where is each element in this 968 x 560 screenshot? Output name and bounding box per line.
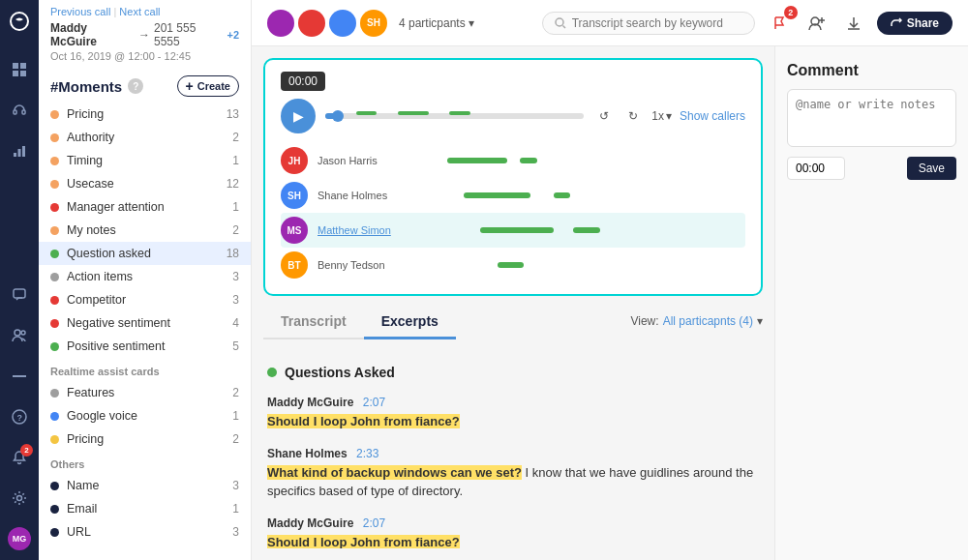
- play-button[interactable]: ▶: [281, 99, 316, 133]
- moment-item-url[interactable]: URL 3: [39, 520, 251, 544]
- tab-transcript[interactable]: Transcript: [263, 306, 364, 339]
- moment-item-negative-sentiment[interactable]: Negative sentiment 4: [39, 311, 251, 335]
- player-time: 00:00: [281, 72, 325, 91]
- entry-time: 2:07: [363, 516, 385, 530]
- save-comment-button[interactable]: Save: [907, 157, 956, 180]
- call-date: Oct 16, 2019 @ 12:00 - 12:45: [50, 50, 239, 62]
- moment-label: URL: [67, 525, 225, 539]
- moments-help-icon[interactable]: ?: [128, 78, 143, 94]
- moment-dot: [50, 273, 59, 281]
- moment-dot: [50, 296, 59, 305]
- headset-icon[interactable]: [8, 99, 31, 122]
- create-moment-button[interactable]: + Create: [177, 75, 239, 97]
- participant-avatar-1: [298, 10, 325, 37]
- moment-label: Timing: [67, 154, 225, 167]
- left-navigation: ? 2 MG: [0, 0, 39, 560]
- progress-bar[interactable]: [325, 113, 584, 119]
- svg-point-17: [556, 18, 563, 26]
- player-card: 00:00 ▶ ↺ ↻ 1x: [263, 58, 763, 296]
- track-avatar: JH: [281, 147, 308, 174]
- user-avatar-nav[interactable]: MG: [8, 527, 31, 550]
- moment-dot: [50, 505, 59, 514]
- moment-item-positive-sentiment[interactable]: Positive sentiment 5: [39, 335, 251, 358]
- grid-icon[interactable]: [8, 58, 31, 81]
- track-name: Jason Harris: [318, 155, 405, 166]
- participants-dropdown[interactable]: 4 particpants ▾: [399, 16, 474, 30]
- svg-point-16: [17, 496, 22, 501]
- transcript-search[interactable]: [542, 12, 755, 35]
- participant-avatar-3: SH: [360, 10, 387, 37]
- call-name: Maddy McGuire → 201 555 5555 +2: [50, 21, 239, 48]
- share-button[interactable]: Share: [877, 12, 953, 35]
- transcript-entries: Maddy McGuire 2:07 Should I loop John fr…: [267, 390, 759, 548]
- moment-item-timing[interactable]: Timing 1: [39, 149, 251, 172]
- entry-name: Maddy McGuire: [267, 396, 353, 409]
- participant-tracks: JH Jason Harris SH Shane Holmes MS Matth…: [281, 143, 745, 282]
- next-call-link[interactable]: Next call: [119, 6, 160, 17]
- moment-count: 18: [227, 247, 239, 260]
- moment-dot: [50, 180, 59, 189]
- search-input[interactable]: [572, 16, 727, 30]
- people-icon[interactable]: [8, 324, 31, 347]
- moment-dot: [50, 133, 59, 142]
- moment-item-pricing[interactable]: Pricing 13: [39, 103, 251, 126]
- tab-excerpts[interactable]: Excerpts: [364, 306, 456, 339]
- notification-icon[interactable]: 2: [8, 446, 31, 469]
- comment-time-input[interactable]: [787, 157, 845, 180]
- moment-item-google-voice[interactable]: Google voice 1: [39, 404, 251, 427]
- track-bar-area: [414, 226, 745, 234]
- rewind-button[interactable]: ↺: [593, 105, 615, 127]
- flag-button[interactable]: 2: [767, 10, 794, 37]
- moment-dot: [50, 157, 59, 165]
- svg-rect-1: [13, 63, 18, 69]
- track-segment: [498, 262, 524, 268]
- svg-rect-8: [18, 149, 21, 157]
- moment-count: 1: [232, 154, 239, 167]
- moment-item-features[interactable]: Features 2: [39, 381, 251, 404]
- chart-icon[interactable]: [8, 139, 31, 162]
- moment-item-email[interactable]: Email 1: [39, 497, 251, 520]
- moment-count: 2: [232, 432, 239, 446]
- moment-item-action-items[interactable]: Action items 3: [39, 265, 251, 288]
- moment-count: 2: [232, 223, 239, 237]
- track-avatar: MS: [281, 217, 308, 244]
- svg-rect-6: [22, 110, 25, 114]
- svg-rect-3: [13, 71, 18, 76]
- comment-input[interactable]: [787, 89, 956, 147]
- view-participants-link[interactable]: All particapnts (4): [663, 314, 753, 328]
- sidebar: Previous call | Next call Maddy McGuire …: [39, 0, 252, 560]
- moment-item-name[interactable]: Name 3: [39, 474, 251, 497]
- chat-icon[interactable]: [8, 283, 31, 307]
- waveform-segment: [398, 111, 429, 115]
- minus-icon[interactable]: [8, 365, 31, 388]
- forward-button[interactable]: ↻: [622, 105, 644, 127]
- moment-item-question-asked[interactable]: Question asked 18: [39, 242, 251, 265]
- track-avatar: BT: [281, 251, 308, 279]
- svg-rect-5: [14, 110, 16, 114]
- help-icon[interactable]: ?: [8, 405, 31, 428]
- svg-point-0: [11, 13, 28, 30]
- moment-item-pricing[interactable]: Pricing 2: [39, 427, 251, 451]
- moment-dot: [50, 203, 59, 212]
- moment-dot: [50, 319, 59, 328]
- previous-call-link[interactable]: Previous call: [50, 6, 110, 17]
- moment-item-manager-attention[interactable]: Manager attention 1: [39, 195, 251, 219]
- moment-label: Competitor: [67, 293, 225, 307]
- svg-rect-4: [20, 71, 26, 76]
- moment-dot: [50, 110, 59, 119]
- moment-item-authority[interactable]: Authority 2: [39, 126, 251, 149]
- moment-item-my-notes[interactable]: My notes 2: [39, 219, 251, 242]
- show-callers-link[interactable]: Show callers: [680, 109, 745, 123]
- entry-text: Should I loop John from fiance?: [267, 412, 759, 431]
- settings-icon[interactable]: [8, 486, 31, 510]
- content-area: 00:00 ▶ ↺ ↻ 1x: [252, 46, 968, 560]
- moment-item-usecase[interactable]: Usecase 12: [39, 172, 251, 195]
- moment-dot: [50, 389, 59, 398]
- download-button[interactable]: [840, 10, 867, 37]
- speed-control[interactable]: 1x ▾: [651, 109, 672, 123]
- moment-item-competitor[interactable]: Competitor 3: [39, 288, 251, 311]
- track-name[interactable]: Matthew Simon: [318, 224, 405, 236]
- logo-icon[interactable]: [8, 10, 31, 33]
- moment-count: 1: [232, 502, 239, 516]
- add-contact-button[interactable]: [803, 10, 831, 37]
